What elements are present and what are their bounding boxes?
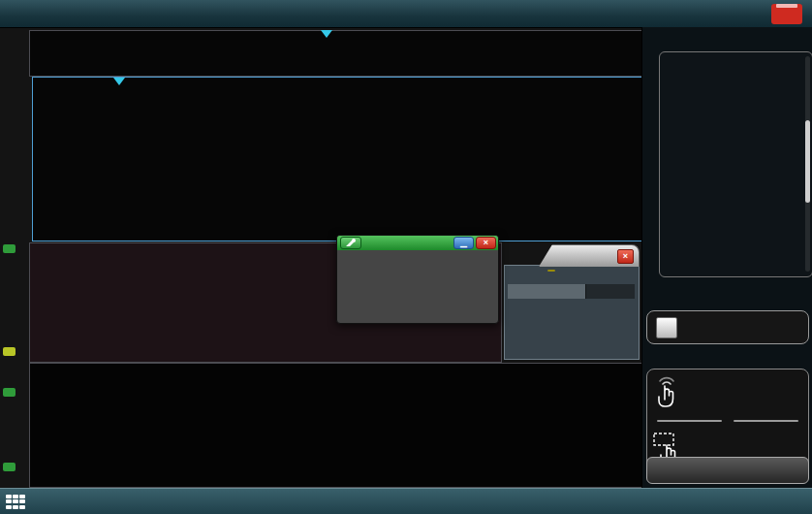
toolbar-status xyxy=(760,0,808,27)
apps-grid-icon[interactable] xyxy=(6,495,25,510)
close-icon[interactable]: × xyxy=(476,237,496,249)
enable-statistics-box xyxy=(646,310,809,344)
scrollbar-thumb[interactable] xyxy=(805,120,810,203)
mask-test-diagram[interactable] xyxy=(32,77,642,241)
close-icon[interactable]: × xyxy=(617,249,634,264)
mask-dialog-rows xyxy=(337,250,498,252)
measurement-grid xyxy=(659,51,812,277)
enable-statistics-checkbox[interactable] xyxy=(656,317,677,338)
spectrum-diagram[interactable] xyxy=(29,363,642,488)
measurement-panel xyxy=(641,27,812,488)
channel-marker-icon xyxy=(3,463,16,471)
mask-dialog-titlebar[interactable]: ▁ × xyxy=(337,236,498,250)
wrench-icon[interactable] xyxy=(340,237,361,249)
overview-diagram[interactable] xyxy=(29,30,642,77)
overview-trigger-marker[interactable] xyxy=(321,30,332,38)
hd-mode-badge xyxy=(771,4,802,24)
channel-marker-icon xyxy=(3,347,16,356)
top-toolbar xyxy=(0,0,812,28)
meas-result-row xyxy=(508,284,635,299)
minimize-icon[interactable]: ▁ xyxy=(453,237,474,249)
channel-marker-icon xyxy=(3,388,16,397)
meas-result-name xyxy=(508,284,585,299)
meas-results-tab[interactable]: × xyxy=(539,244,640,267)
mask-test-dialog: ▁ × xyxy=(336,235,499,324)
mask-trigger-marker[interactable] xyxy=(113,78,125,85)
or-divider xyxy=(657,420,798,422)
oscilloscope-screen: × ▁ × xyxy=(0,0,812,514)
advanced-setup-button[interactable] xyxy=(646,457,809,484)
meas-results-panel: × xyxy=(504,244,640,359)
channel-badge xyxy=(547,270,555,272)
meas-result-value xyxy=(585,284,635,299)
touch-hand-icon xyxy=(651,376,680,417)
bottom-menubar xyxy=(0,488,812,514)
meas-results-body xyxy=(504,265,640,360)
scrollbar[interactable] xyxy=(805,56,810,272)
channel-marker-icon xyxy=(3,244,16,253)
